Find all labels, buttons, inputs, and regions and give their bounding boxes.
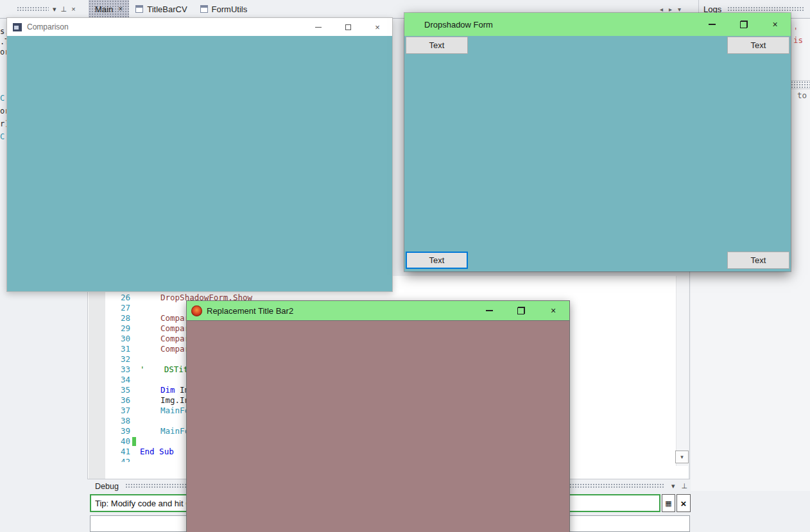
code-segment: Img.In <box>160 395 189 405</box>
pane-close-icon[interactable]: × <box>71 5 75 13</box>
line-number: 32 <box>88 354 130 365</box>
close-icon: × <box>772 19 777 30</box>
tab-close-icon[interactable]: × <box>118 4 123 13</box>
code-text: Compar <box>140 323 189 334</box>
close-icon: × <box>375 22 380 32</box>
replacement-close-button[interactable]: × <box>537 301 569 320</box>
change-bar <box>132 334 136 343</box>
tab-main[interactable]: Main× <box>89 0 129 18</box>
code-text: End Sub <box>140 447 174 457</box>
dropshadow-close-button[interactable]: × <box>759 13 791 36</box>
pane-drag-handle[interactable] <box>17 6 49 12</box>
minimize-icon <box>709 24 716 25</box>
comparison-title: Comparison <box>27 22 69 31</box>
change-bar <box>132 437 136 446</box>
form-icon <box>135 5 143 13</box>
replacement-title: Replacement Title Bar2 <box>207 306 293 316</box>
maximize-icon <box>345 24 351 30</box>
dropshadow-minimize-button[interactable] <box>696 13 728 36</box>
dropshadow-form-window[interactable]: Dropshadow Form × TextTextTextText <box>404 13 791 271</box>
text-button-bottom-right[interactable]: Text <box>727 252 789 269</box>
debug-panel-title: Debug <box>95 482 119 491</box>
replacement-window[interactable]: Replacement Title Bar2 × <box>186 300 570 532</box>
tab-titlebarcv[interactable]: TitleBarCV <box>129 0 193 18</box>
code-segment: MainFo <box>160 426 189 436</box>
text-button-bottom-left[interactable]: Text <box>406 252 468 269</box>
tool-pane-header: ▾ ⊥ × <box>0 0 85 18</box>
code-segment: ' DSTitl <box>140 365 193 374</box>
line-number: 30 <box>88 334 130 344</box>
code-segment: Compar <box>160 323 189 333</box>
line-number: 27 <box>88 303 130 313</box>
nav-forward-icon[interactable]: ▸ <box>669 6 672 13</box>
comparison-minimize-button[interactable] <box>304 18 333 36</box>
comparison-app-icon <box>13 23 22 31</box>
code-segment: MainFo <box>160 406 189 415</box>
change-bar <box>132 458 136 462</box>
line-number: 36 <box>88 395 130 406</box>
pane-header-buttons: ▾ ⊥ × <box>53 0 76 18</box>
debug-menu-icon[interactable]: ▾ <box>671 482 675 490</box>
code-text: Compar <box>140 313 189 323</box>
text-button-top-right[interactable]: Text <box>727 37 789 54</box>
dropshadow-window-controls: × <box>696 13 791 36</box>
scrollbar-down-button[interactable]: ▾ <box>675 450 689 463</box>
editor-vertical-scrollbar[interactable] <box>676 276 689 466</box>
code-segment: Compar <box>160 344 189 354</box>
minimize-icon <box>486 310 493 311</box>
dropshadow-titlebar[interactable]: Dropshadow Form × <box>404 13 791 36</box>
line-number: 29 <box>88 323 130 334</box>
line-number: 26 <box>88 293 130 303</box>
close-icon: × <box>551 305 556 316</box>
debug-header-buttons: ▾ ⊥ <box>671 482 687 490</box>
line-number: 31 <box>88 344 130 354</box>
debug-grid-button[interactable]: ▦ <box>662 494 675 512</box>
comparison-close-button[interactable]: × <box>363 18 392 36</box>
nav-dropdown-icon[interactable]: ▾ <box>678 6 681 13</box>
line-number: 33 <box>88 365 130 375</box>
line-number: 42 <box>88 457 130 462</box>
debug-clear-button[interactable]: × <box>676 494 691 512</box>
code-segment: Dim <box>160 385 180 395</box>
change-bar <box>132 304 136 313</box>
comparison-client-area <box>7 36 392 291</box>
pane-menu-icon[interactable]: ▾ <box>53 5 56 13</box>
change-bar <box>132 314 136 323</box>
tab-label: Main <box>95 4 113 14</box>
line-number: 41 <box>88 447 130 457</box>
change-bar <box>132 345 136 354</box>
document-tab-bar: Main×TitleBarCVFormUtils <box>89 0 254 18</box>
code-text: Compar <box>140 334 189 344</box>
logs-drag-handle[interactable] <box>727 6 805 12</box>
change-bar <box>132 386 136 395</box>
change-bar <box>132 447 136 456</box>
tab-label: TitleBarCV <box>147 4 187 14</box>
comparison-window[interactable]: Comparison × <box>6 17 393 292</box>
text-button-top-left[interactable]: Text <box>406 37 468 54</box>
line-number: 39 <box>88 426 130 436</box>
change-bar <box>132 396 136 405</box>
code-text: Dim Im <box>140 385 189 395</box>
form-icon <box>200 5 208 13</box>
debug-pin-icon[interactable]: ⊥ <box>681 482 687 490</box>
comparison-window-controls: × <box>304 18 392 36</box>
replacement-titlebar[interactable]: Replacement Title Bar2 × <box>187 301 569 321</box>
replacement-app-icon <box>191 305 202 316</box>
restore-icon <box>517 307 525 314</box>
tab-formutils[interactable]: FormUtils <box>194 0 254 18</box>
pane-pin-icon[interactable]: ⊥ <box>61 5 67 13</box>
clipped-text-fragment: to <box>797 90 807 100</box>
tab-label: FormUtils <box>212 4 248 14</box>
code-segment: End Sub <box>140 447 174 456</box>
replacement-restore-button[interactable] <box>505 301 537 320</box>
dropshadow-restore-button[interactable] <box>728 13 759 36</box>
comparison-maximize-button[interactable] <box>333 18 363 36</box>
line-number: 37 <box>88 406 130 416</box>
code-text: Img.In <box>140 395 189 406</box>
change-bar <box>132 375 136 384</box>
nav-back-icon[interactable]: ◂ <box>660 6 663 13</box>
replacement-minimize-button[interactable] <box>473 301 505 320</box>
minimize-icon <box>315 27 322 28</box>
line-number: 35 <box>88 385 130 395</box>
comparison-titlebar[interactable]: Comparison × <box>7 18 392 36</box>
